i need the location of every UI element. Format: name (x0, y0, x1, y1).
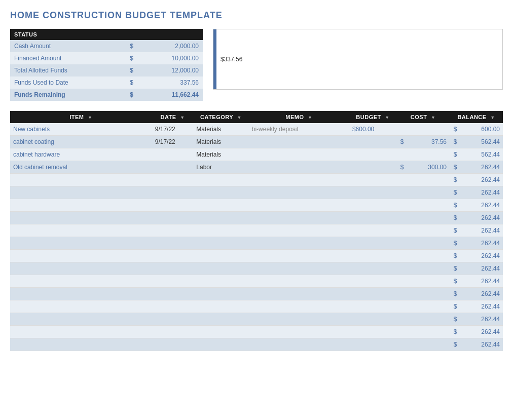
empty-date (152, 174, 194, 186)
main-table: ITEM ▼ DATE ▼ CATEGORY ▼ MEMO ▼ BUDGET ▼… (10, 111, 503, 351)
cell-item[interactable]: cabinet hardware (10, 148, 152, 161)
col-header-budget[interactable]: BUDGET ▼ (349, 111, 396, 123)
cell-memo (249, 136, 349, 148)
empty-budget (349, 300, 396, 313)
status-amount-4: 11,662.44 (137, 89, 203, 101)
empty-cost (396, 300, 450, 313)
status-dollar-0: $ (126, 40, 137, 52)
empty-row: $ 262.44 (10, 224, 503, 237)
empty-cost (396, 237, 450, 250)
empty-memo (249, 313, 349, 326)
empty-item[interactable] (10, 212, 152, 224)
col-header-date[interactable]: DATE ▼ (152, 111, 194, 123)
category-dropdown-icon[interactable]: ▼ (237, 115, 242, 120)
cell-budget (349, 136, 396, 148)
empty-balance: $ 262.44 (450, 224, 503, 237)
empty-cost (396, 313, 450, 326)
empty-date (152, 313, 194, 326)
empty-category (193, 275, 248, 288)
empty-category (193, 250, 248, 262)
empty-balance: $ 262.44 (450, 300, 503, 313)
empty-memo (249, 186, 349, 199)
budget-dropdown-icon[interactable]: ▼ (385, 115, 389, 120)
empty-category (193, 174, 248, 186)
cost-dollar: $ (399, 138, 405, 145)
table-row: Old cabinet removal Labor $300.00 $ 262.… (10, 161, 503, 174)
empty-budget (349, 186, 396, 199)
empty-row: $ 262.44 (10, 186, 503, 199)
empty-category (193, 300, 248, 313)
balance-dropdown-icon[interactable]: ▼ (490, 115, 495, 120)
status-table: STATUS Cash Amount $ 2,000.00 Financed A… (10, 29, 203, 101)
empty-item[interactable] (10, 174, 152, 186)
col-header-item[interactable]: ITEM ▼ (10, 111, 152, 123)
page-title: HOME CONSTRUCTION BUDGET TEMPLATE (10, 10, 503, 21)
empty-date (152, 250, 194, 262)
empty-category (193, 262, 248, 275)
empty-row: $ 262.44 (10, 313, 503, 326)
empty-cost (396, 288, 450, 300)
empty-balance: $ 262.44 (450, 186, 503, 199)
empty-item[interactable] (10, 237, 152, 250)
empty-date (152, 326, 194, 338)
empty-cost (396, 338, 450, 351)
empty-memo (249, 338, 349, 351)
empty-balance: $ 262.44 (450, 338, 503, 351)
empty-memo (249, 174, 349, 186)
empty-balance: $ 262.44 (450, 174, 503, 186)
empty-cost (396, 275, 450, 288)
status-dollar-4: $ (126, 89, 137, 101)
empty-item[interactable] (10, 262, 152, 275)
cell-item[interactable]: cabinet coating (10, 136, 152, 148)
empty-item[interactable] (10, 288, 152, 300)
empty-date (152, 288, 194, 300)
empty-item[interactable] (10, 300, 152, 313)
cell-item[interactable]: New cabinets (10, 123, 152, 136)
status-label-1: Financed Amount (10, 52, 126, 64)
empty-date (152, 275, 194, 288)
cell-memo (249, 161, 349, 174)
empty-cost (396, 212, 450, 224)
empty-balance: $ 262.44 (450, 326, 503, 338)
empty-item[interactable] (10, 186, 152, 199)
cell-date (152, 148, 194, 161)
empty-category (193, 237, 248, 250)
empty-item[interactable] (10, 250, 152, 262)
cell-balance: $ 562.44 (450, 148, 503, 161)
empty-row: $ 262.44 (10, 288, 503, 300)
empty-item[interactable] (10, 338, 152, 351)
memo-dropdown-icon[interactable]: ▼ (308, 115, 312, 120)
empty-row: $ 262.44 (10, 199, 503, 212)
empty-item[interactable] (10, 275, 152, 288)
empty-date (152, 237, 194, 250)
empty-balance: $ 262.44 (450, 250, 503, 262)
col-header-category[interactable]: CATEGORY ▼ (193, 111, 248, 123)
cell-budget (349, 161, 396, 174)
cell-date: 9/17/22 (152, 136, 194, 148)
empty-memo (249, 250, 349, 262)
empty-item[interactable] (10, 313, 152, 326)
empty-item[interactable] (10, 224, 152, 237)
empty-memo (249, 262, 349, 275)
cell-category: Materials (193, 123, 248, 136)
empty-cost (396, 262, 450, 275)
status-amount-1: 10,000.00 (137, 52, 203, 64)
col-header-memo[interactable]: MEMO ▼ (249, 111, 349, 123)
item-dropdown-icon[interactable]: ▼ (88, 115, 92, 120)
empty-item[interactable] (10, 326, 152, 338)
cost-dropdown-icon[interactable]: ▼ (431, 115, 435, 120)
empty-item[interactable] (10, 199, 152, 212)
col-header-cost[interactable]: COST ▼ (396, 111, 450, 123)
cell-budget (349, 148, 396, 161)
status-label-3: Funds Used to Date (10, 77, 126, 89)
empty-memo (249, 199, 349, 212)
empty-row: $ 262.44 (10, 262, 503, 275)
col-header-balance[interactable]: BALANCE ▼ (450, 111, 503, 123)
table-row: New cabinets 9/17/22 Materials bi-weekly… (10, 123, 503, 136)
cell-category: Labor (193, 161, 248, 174)
empty-row: $ 262.44 (10, 300, 503, 313)
cell-item[interactable]: Old cabinet removal (10, 161, 152, 174)
date-dropdown-icon[interactable]: ▼ (180, 115, 185, 120)
status-label-0: Cash Amount (10, 40, 126, 52)
empty-category (193, 326, 248, 338)
